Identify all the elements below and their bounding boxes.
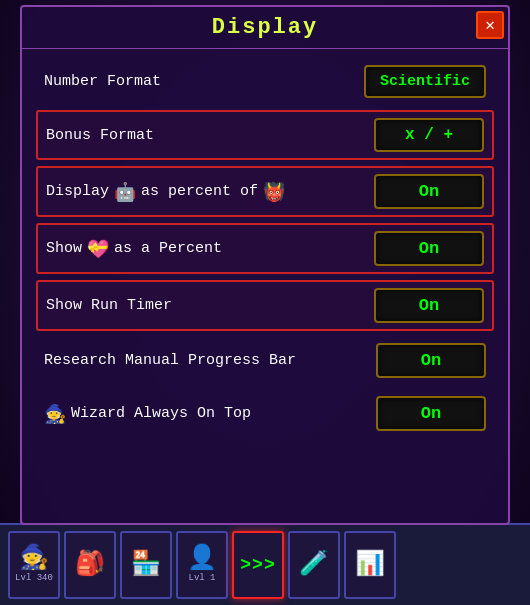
wizard-emoji: 🧙 bbox=[44, 403, 66, 425]
taskbar-character-slot[interactable]: 👤 Lvl 1 bbox=[176, 531, 228, 599]
display-percent-row: Display 🤖 as percent of 👹 On bbox=[36, 166, 494, 217]
modal-title-bar: Display ✕ bbox=[22, 7, 508, 49]
number-format-toggle[interactable]: Scientific bbox=[364, 65, 486, 98]
display-percent-toggle[interactable]: On bbox=[374, 174, 484, 209]
taskbar-shop-slot[interactable]: 🏪 bbox=[120, 531, 172, 599]
run-timer-label: Show Run Timer bbox=[46, 297, 172, 314]
run-timer-toggle[interactable]: On bbox=[374, 288, 484, 323]
wizard-top-label: 🧙 Wizard Always On Top bbox=[44, 403, 251, 425]
robot-emoji: 🤖 bbox=[114, 181, 136, 203]
taskbar-stats-slot[interactable]: 📊 bbox=[344, 531, 396, 599]
display-percent-label: Display 🤖 as percent of 👹 bbox=[46, 181, 285, 203]
arrow-icon: >>> bbox=[240, 555, 275, 575]
monster-emoji: 👹 bbox=[263, 181, 285, 203]
flask-icon: 🧪 bbox=[299, 553, 329, 577]
taskbar-bag-slot[interactable]: 🎒 bbox=[64, 531, 116, 599]
wizard-top-toggle[interactable]: On bbox=[376, 396, 486, 431]
modal-title: Display bbox=[212, 15, 318, 40]
research-bar-label: Research Manual Progress Bar bbox=[44, 352, 296, 369]
show-percent-toggle[interactable]: On bbox=[374, 231, 484, 266]
bonus-format-toggle[interactable]: x / + bbox=[374, 118, 484, 152]
bonus-format-label: Bonus Format bbox=[46, 127, 154, 144]
wizard-icon: 🧙 bbox=[19, 547, 49, 571]
modal-body: Number Format Scientific Bonus Format x … bbox=[22, 49, 508, 447]
taskbar: 🧙 Lvl 340 🎒 🏪 👤 Lvl 1 >>> 🧪 📊 bbox=[0, 523, 530, 605]
research-bar-toggle[interactable]: On bbox=[376, 343, 486, 378]
character-level: Lvl 1 bbox=[188, 573, 215, 583]
wizard-level: Lvl 340 bbox=[15, 573, 53, 583]
display-modal: Display ✕ Number Format Scientific Bonus… bbox=[20, 5, 510, 525]
wizard-top-row: 🧙 Wizard Always On Top On bbox=[36, 390, 494, 437]
show-percent-row: Show 💝 as a Percent On bbox=[36, 223, 494, 274]
taskbar-flask-slot[interactable]: 🧪 bbox=[288, 531, 340, 599]
bonus-format-row: Bonus Format x / + bbox=[36, 110, 494, 160]
bag-icon: 🎒 bbox=[75, 553, 105, 577]
stats-icon: 📊 bbox=[355, 553, 385, 577]
heart-emoji: 💝 bbox=[87, 238, 109, 260]
number-format-label: Number Format bbox=[44, 73, 161, 90]
close-button[interactable]: ✕ bbox=[476, 11, 504, 39]
show-percent-label: Show 💝 as a Percent bbox=[46, 238, 222, 260]
research-bar-row: Research Manual Progress Bar On bbox=[36, 337, 494, 384]
shop-icon: 🏪 bbox=[131, 553, 161, 577]
character-icon: 👤 bbox=[187, 547, 217, 571]
number-format-row: Number Format Scientific bbox=[36, 59, 494, 104]
run-timer-row: Show Run Timer On bbox=[36, 280, 494, 331]
taskbar-arrow-slot[interactable]: >>> bbox=[232, 531, 284, 599]
taskbar-wizard-slot[interactable]: 🧙 Lvl 340 bbox=[8, 531, 60, 599]
